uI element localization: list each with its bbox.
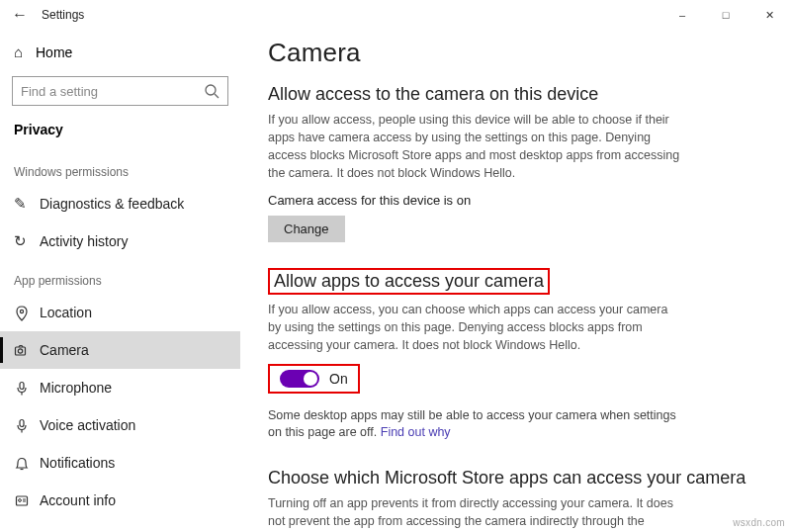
- minimize-button[interactable]: –: [660, 0, 704, 30]
- privacy-category: Privacy: [0, 116, 240, 151]
- group-windows-permissions: Windows permissions: [0, 151, 240, 185]
- location-icon: [14, 304, 40, 321]
- group-app-permissions: App permissions: [0, 260, 240, 294]
- change-button[interactable]: Change: [268, 216, 345, 242]
- microphone-icon: [14, 379, 40, 397]
- sidebar-item-notifications[interactable]: Notifications: [0, 444, 240, 482]
- note-text: Some desktop apps may still be able to a…: [268, 408, 676, 440]
- svg-point-0: [206, 85, 216, 95]
- svg-rect-5: [20, 383, 24, 390]
- content-panel: Camera Allow access to the camera on thi…: [240, 30, 791, 532]
- section-description: If you allow access, people using this d…: [268, 111, 683, 183]
- sidebar-item-label: Notifications: [40, 455, 115, 471]
- sidebar-item-diagnostics[interactable]: ✎ Diagnostics & feedback: [0, 185, 240, 222]
- sidebar-item-label: Activity history: [40, 233, 128, 249]
- watermark: wsxdn.com: [733, 517, 785, 528]
- desktop-apps-note: Some desktop apps may still be able to a…: [268, 407, 683, 442]
- voice-icon: [14, 416, 40, 434]
- svg-line-1: [215, 94, 219, 98]
- camera-access-toggle[interactable]: [280, 370, 319, 388]
- section-description: If you allow access, you can choose whic…: [268, 301, 683, 354]
- sidebar-item-microphone[interactable]: Microphone: [0, 369, 240, 406]
- home-icon: ⌂: [14, 44, 36, 60]
- sidebar-item-label: Voice activation: [40, 417, 135, 433]
- close-button[interactable]: ✕: [747, 0, 791, 30]
- sidebar-item-label: Camera: [40, 342, 89, 358]
- section-store-apps: Choose which Microsoft Store apps can ac…: [268, 468, 771, 532]
- title-bar: ← Settings – □ ✕: [0, 0, 791, 30]
- sidebar-item-label: Location: [40, 305, 92, 320]
- account-icon: [14, 491, 40, 509]
- svg-rect-7: [20, 420, 24, 427]
- search-input[interactable]: Find a setting: [12, 76, 228, 106]
- section-app-access: Allow apps to access your camera If you …: [268, 268, 771, 442]
- section-heading: Allow apps to access your camera: [274, 271, 544, 292]
- search-icon: [204, 83, 220, 100]
- window-title: Settings: [42, 8, 84, 22]
- svg-point-11: [19, 499, 22, 502]
- home-nav[interactable]: ⌂ Home: [0, 38, 240, 72]
- highlight-toggle: On: [268, 364, 360, 394]
- sidebar-item-location[interactable]: Location: [0, 294, 240, 331]
- device-access-status: Camera access for this device is on: [268, 193, 771, 208]
- sidebar-item-camera[interactable]: Camera: [0, 331, 240, 369]
- window-buttons: – □ ✕: [660, 0, 791, 30]
- maximize-button[interactable]: □: [704, 0, 747, 30]
- sidebar-item-label: Account info: [40, 492, 116, 508]
- camera-icon: [14, 341, 40, 359]
- feedback-icon: ✎: [14, 195, 40, 213]
- section-heading: Allow access to the camera on this devic…: [268, 84, 771, 105]
- section-device-access: Allow access to the camera on this devic…: [268, 84, 771, 242]
- search-placeholder: Find a setting: [21, 84, 204, 99]
- section-heading: Choose which Microsoft Store apps can ac…: [268, 468, 771, 488]
- section-description: Turning off an app prevents it from dire…: [268, 494, 683, 532]
- svg-point-4: [18, 349, 22, 353]
- highlight-heading: Allow apps to access your camera: [268, 268, 550, 295]
- bell-icon: [14, 454, 40, 472]
- svg-point-2: [20, 310, 23, 312]
- back-button[interactable]: ←: [12, 6, 36, 24]
- sidebar-item-account-info[interactable]: Account info: [0, 482, 240, 519]
- toggle-state-label: On: [329, 371, 348, 387]
- main-layout: ⌂ Home Find a setting Privacy Windows pe…: [0, 30, 791, 532]
- sidebar-item-label: Microphone: [40, 380, 112, 396]
- page-title: Camera: [268, 38, 771, 68]
- find-out-why-link[interactable]: Find out why: [381, 425, 451, 439]
- sidebar-item-label: Diagnostics & feedback: [40, 196, 184, 212]
- sidebar-item-voice-activation[interactable]: Voice activation: [0, 406, 240, 444]
- history-icon: ↻: [14, 232, 40, 250]
- sidebar-item-activity-history[interactable]: ↻ Activity history: [0, 222, 240, 260]
- home-label: Home: [36, 44, 72, 60]
- sidebar: ⌂ Home Find a setting Privacy Windows pe…: [0, 30, 240, 532]
